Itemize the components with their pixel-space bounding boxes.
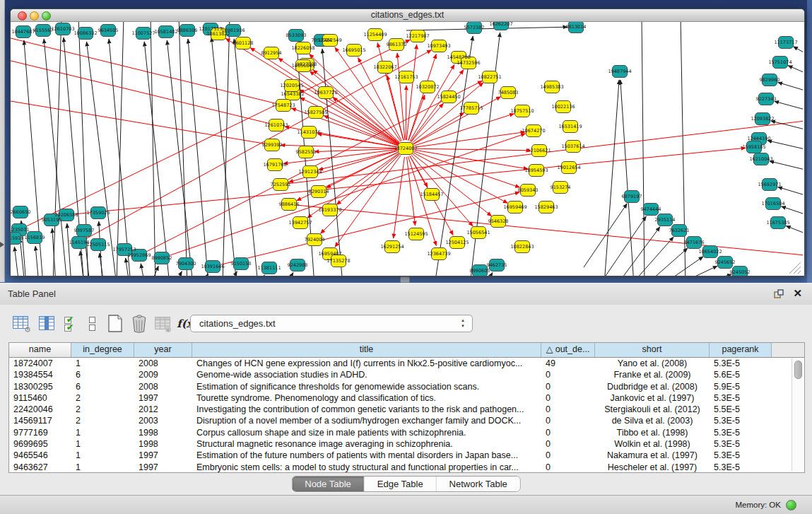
canvas-resize-grip-icon[interactable] xyxy=(789,262,801,274)
cell-year[interactable]: 2012 xyxy=(134,404,192,415)
cell-title[interactable]: Corpus callosum shape and size in male p… xyxy=(192,427,541,438)
cell-pagerank[interactable]: 5.3E-5 xyxy=(710,462,772,473)
tab-network-table[interactable]: Network Table xyxy=(437,477,520,491)
cell-title[interactable]: Genome-wide association studies in ADHD. xyxy=(192,369,541,380)
close-icon[interactable]: ✕ xyxy=(793,287,802,300)
cell-out-de-[interactable]: 0 xyxy=(541,415,595,426)
cell-pagerank[interactable]: 5.3E-5 xyxy=(710,438,772,450)
cell-name[interactable]: 9777169 xyxy=(9,427,71,438)
memory-ok-indicator-icon[interactable] xyxy=(786,500,796,510)
cell-title[interactable]: Embryonic stem cells: a model to study s… xyxy=(192,462,541,473)
cell-short[interactable]: Nakamura et al. (1997) xyxy=(595,450,710,461)
cell-name[interactable]: 18300295 xyxy=(9,381,71,392)
cell-short[interactable]: Jankovic et al. (1997) xyxy=(595,392,710,404)
table-row[interactable]: 969969511998Structural magnetic resonanc… xyxy=(9,438,804,450)
left-panel-edge[interactable] xyxy=(0,0,5,282)
cell-pagerank[interactable]: 5.9E-5 xyxy=(710,381,772,392)
table-row[interactable]: 911546021997Tourette syndrome. Phenomeno… xyxy=(9,392,804,404)
cell-out-de-[interactable]: 0 xyxy=(541,381,595,392)
cell-in-degree[interactable]: 6 xyxy=(71,381,134,392)
cell-pagerank[interactable]: 5.3E-5 xyxy=(710,392,772,404)
table-row[interactable]: 946554611997Estimation of the future num… xyxy=(9,450,804,461)
cell-short[interactable]: Franke et al. (2009) xyxy=(595,369,710,380)
column-header-short[interactable]: short xyxy=(595,343,710,357)
cell-pagerank[interactable]: 5.3E-5 xyxy=(710,358,772,369)
cell-short[interactable]: Stergiakouli et al. (2012) xyxy=(595,404,710,415)
cell-name[interactable]: 14569117 xyxy=(9,415,71,426)
table-row[interactable]: 2242004622012Investigating the contribut… xyxy=(9,404,804,415)
table-row[interactable]: 1938455462009Genome-wide association stu… xyxy=(9,369,804,380)
cell-in-degree[interactable]: 1 xyxy=(71,427,134,438)
cell-out-de-[interactable]: 0 xyxy=(541,438,595,450)
column-header-in-degree[interactable]: in_degree xyxy=(71,343,134,357)
cell-year[interactable]: 2003 xyxy=(134,415,192,426)
table-row[interactable]: 946362711997Embryonic stem cells: a mode… xyxy=(9,462,804,473)
cell-name[interactable]: 9463627 xyxy=(9,462,71,473)
cell-title[interactable]: Estimation of the future numbers of pati… xyxy=(192,450,541,461)
float-window-icon[interactable] xyxy=(774,289,784,299)
cell-out-de-[interactable]: 0 xyxy=(541,427,595,438)
delete-rows-icon[interactable] xyxy=(129,314,150,334)
cell-pagerank[interactable]: 5.6E-5 xyxy=(710,369,772,380)
show-columns-icon[interactable] xyxy=(37,314,58,334)
cell-year[interactable]: 1997 xyxy=(134,462,192,473)
cell-year[interactable]: 1997 xyxy=(134,392,192,404)
cell-year[interactable]: 2008 xyxy=(134,381,192,392)
cell-title[interactable]: Estimation of significance thresholds fo… xyxy=(192,381,541,392)
cell-name[interactable]: 22420046 xyxy=(9,404,71,415)
cell-out-de-[interactable]: 0 xyxy=(541,450,595,461)
cell-in-degree[interactable]: 6 xyxy=(71,369,134,380)
window-titlebar[interactable]: citations_edges.txt xyxy=(11,9,804,22)
network-table-selector[interactable]: citations_edges.txt ▲▼ xyxy=(190,315,473,332)
cell-short[interactable]: Yano et al. (2008) xyxy=(595,358,710,369)
cell-year[interactable]: 2008 xyxy=(134,358,192,369)
cell-in-degree[interactable]: 1 xyxy=(71,462,134,473)
cell-name[interactable]: 18724007 xyxy=(9,358,71,369)
cell-name[interactable]: 9699695 xyxy=(9,438,71,450)
cell-name[interactable]: 9115460 xyxy=(9,392,71,404)
cell-pagerank[interactable]: 5.3E-5 xyxy=(710,427,772,438)
tab-edge-table[interactable]: Edge Table xyxy=(365,477,437,491)
cell-name[interactable]: 9465546 xyxy=(9,450,71,461)
new-table-icon[interactable] xyxy=(105,314,126,334)
clear-selection-icon[interactable] xyxy=(85,314,99,334)
cell-short[interactable]: Dudbridge et al. (2008) xyxy=(595,381,710,392)
cell-in-degree[interactable]: 1 xyxy=(71,450,134,461)
column-header-year[interactable]: year xyxy=(134,343,192,357)
cell-year[interactable]: 1997 xyxy=(134,450,192,461)
cell-short[interactable]: Tibbo et al. (1998) xyxy=(595,427,710,438)
cell-out-de-[interactable]: 49 xyxy=(541,358,595,369)
column-header-name[interactable]: name xyxy=(9,343,71,357)
cell-title[interactable]: Changes of HCN gene expression and I(f) … xyxy=(192,358,541,369)
cell-pagerank[interactable]: 5.3E-5 xyxy=(710,450,772,461)
cell-out-de-[interactable]: 0 xyxy=(541,462,595,473)
cell-short[interactable]: Wolkin et al. (1998) xyxy=(595,438,710,450)
column-management-icon[interactable]: ⚙ xyxy=(11,314,33,334)
cell-out-de-[interactable]: 0 xyxy=(541,404,595,415)
select-all-icon[interactable]: ✔ ✔ xyxy=(62,314,81,334)
column-header-pagerank[interactable]: pagerank xyxy=(710,343,772,357)
table-row[interactable]: 1830029562008Estimation of significance … xyxy=(9,381,804,392)
tab-node-table[interactable]: Node Table xyxy=(292,477,365,491)
cell-year[interactable]: 1998 xyxy=(134,427,192,438)
cell-pagerank[interactable]: 5.5E-5 xyxy=(710,404,772,415)
column-header-title[interactable]: title xyxy=(192,343,541,357)
table-row[interactable]: 977716911998Corpus callosum shape and si… xyxy=(9,427,804,438)
column-header-out-de-[interactable]: △ out_de... xyxy=(541,343,595,357)
splitter-handle[interactable] xyxy=(400,276,410,283)
cell-pagerank[interactable]: 5.3E-5 xyxy=(710,415,772,426)
network-graph[interactable]: 1044768791555671261070310086332963450511… xyxy=(11,22,803,276)
cell-in-degree[interactable]: 1 xyxy=(71,438,134,450)
scrollbar-thumb[interactable] xyxy=(794,361,802,379)
cell-out-de-[interactable]: 0 xyxy=(541,369,595,380)
panel-collapse-arrow-icon[interactable] xyxy=(0,242,4,247)
cell-in-degree[interactable]: 2 xyxy=(71,404,134,415)
network-canvas[interactable]: 1044768791555671261070310086332963450511… xyxy=(11,22,803,276)
cell-short[interactable]: Hescheler et al. (1997) xyxy=(595,462,710,473)
cell-name[interactable]: 19384554 xyxy=(9,369,71,380)
cell-title[interactable]: Tourette syndrome. Phenomenology and cla… xyxy=(192,392,541,404)
cell-out-de-[interactable]: 0 xyxy=(541,392,595,404)
cell-year[interactable]: 2009 xyxy=(134,369,192,380)
cell-year[interactable]: 1998 xyxy=(134,438,192,450)
cell-in-degree[interactable]: 2 xyxy=(71,392,134,404)
